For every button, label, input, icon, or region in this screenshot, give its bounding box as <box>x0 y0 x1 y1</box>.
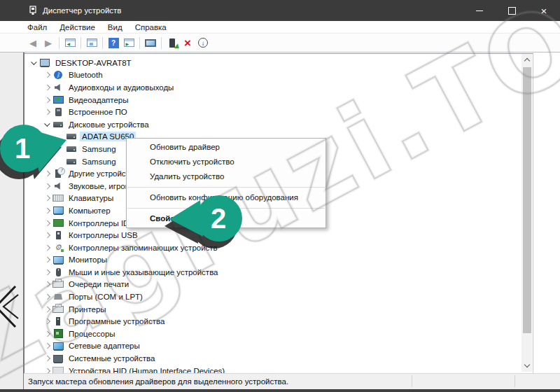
tree-row-19[interactable]: Порты (COM и LPT) <box>24 290 519 303</box>
device-manager-app-icon <box>28 6 38 15</box>
cpu-icon <box>52 329 64 338</box>
forward-icon[interactable]: ▶ <box>41 36 56 50</box>
chevron-right-icon[interactable] <box>43 330 52 337</box>
tree-row-24[interactable]: Системные устройства <box>24 352 519 365</box>
tree-label: Сетевые адаптеры <box>66 341 142 351</box>
tree-row-0[interactable]: DESKTOP-AVRAT8T <box>24 57 519 69</box>
toolbar: ◀▶◀?▶▲×↓ <box>0 34 560 52</box>
bluetooth-icon: ᛒ <box>52 71 64 80</box>
tree-row-25[interactable]: Устройства HID (Human Interface Devices) <box>24 365 519 373</box>
status-bar: Запуск мастера обновления драйверов для … <box>24 373 560 389</box>
tree-row-3[interactable]: Видеоадаптеры <box>24 94 519 106</box>
show-console-tree-icon[interactable]: ◀ <box>62 36 78 50</box>
context-menu-item-1[interactable]: Отключить устройство <box>127 155 326 169</box>
system-icon <box>52 354 64 363</box>
tree-row-22[interactable]: Процессоры <box>24 328 519 340</box>
context-menu-item-4[interactable]: Свойства <box>127 211 326 226</box>
chevron-right-icon[interactable] <box>43 269 52 276</box>
chevron-right-icon[interactable] <box>43 293 52 300</box>
maximize-button[interactable] <box>496 0 528 21</box>
tree-row-23[interactable]: Сетевые адаптеры <box>24 340 519 353</box>
printer-icon <box>52 280 64 289</box>
chevron-right-icon[interactable] <box>43 71 52 78</box>
tree-label: Аудиовходы и аудиовыходы <box>66 83 176 92</box>
tree-row-15[interactable]: ⚙Контроллеры запоминающих устройств <box>24 241 519 254</box>
tree-row-2[interactable]: Аудиовходы и аудиовыходы <box>24 81 519 94</box>
keyboard-icon <box>52 194 64 203</box>
minimize-button[interactable] <box>463 0 496 21</box>
chevron-right-icon[interactable] <box>43 97 52 104</box>
audio-icon <box>52 83 64 92</box>
update-driver-icon[interactable]: ▲ <box>164 36 180 50</box>
tree-label: Компьютер <box>66 206 113 216</box>
disk-icon <box>66 144 77 153</box>
printer-icon <box>52 304 64 314</box>
tree-label: Bluetooth <box>66 70 105 80</box>
back-icon[interactable]: ◀ <box>25 36 41 50</box>
title-bar: Диспетчер устройств × <box>0 0 560 21</box>
chevron-right-icon[interactable] <box>43 318 52 325</box>
chevron-right-icon[interactable] <box>43 355 52 362</box>
disable-device-icon[interactable]: ↓ <box>195 36 211 50</box>
disk-icon <box>66 157 77 166</box>
network-icon <box>52 342 64 351</box>
ide-icon <box>52 218 64 227</box>
computer-icon <box>39 58 50 67</box>
chevron-right-icon[interactable] <box>43 108 52 115</box>
help-icon[interactable]: ? <box>106 36 121 50</box>
chevron-right-icon[interactable] <box>43 368 52 373</box>
chevron-right-icon[interactable] <box>43 232 52 239</box>
properties-icon[interactable] <box>84 36 99 50</box>
context-menu-item-0[interactable]: Обновить драйвер <box>127 140 326 155</box>
scroll-down-icon[interactable] <box>522 360 532 372</box>
monitor-icon <box>52 206 64 215</box>
tree-row-20[interactable]: Принтеры <box>24 303 519 316</box>
tree-row-18[interactable]: Очереди печати <box>24 279 519 291</box>
chevron-right-icon[interactable] <box>43 281 52 288</box>
chevron-down-icon[interactable] <box>43 121 52 128</box>
tree-row-1[interactable]: ᛒBluetooth <box>24 69 519 82</box>
action-pane-icon[interactable]: ▶ <box>121 36 136 50</box>
menu-item-2[interactable]: Вид <box>102 23 129 31</box>
tree-label: Процессоры <box>66 329 118 339</box>
chevron-right-icon[interactable] <box>43 170 52 177</box>
tree-row-4[interactable]: Встроенное ПО <box>24 106 519 118</box>
status-panel-divider <box>514 375 515 387</box>
tree-row-14[interactable]: Контроллеры USB <box>24 229 519 241</box>
tree-row-17[interactable]: Мыши и иные указывающие устройства <box>24 266 519 279</box>
tree-row-21[interactable]: Программные устройства <box>24 315 519 328</box>
scroll-up-icon[interactable] <box>522 54 532 65</box>
chevron-down-icon[interactable] <box>30 59 39 66</box>
chevron-right-icon[interactable] <box>43 306 52 313</box>
context-menu-separator <box>127 208 325 209</box>
tree-label: Встроенное ПО <box>66 107 130 117</box>
tree-label: Контроллеры запоминающих устройств <box>66 243 220 253</box>
context-menu-item-2[interactable]: Удалить устройство <box>127 169 326 184</box>
close-button[interactable]: × <box>528 0 560 21</box>
chevron-right-icon[interactable] <box>43 220 52 227</box>
tree-row-5[interactable]: Дисковые устройства <box>24 118 519 131</box>
menu-bar: ФайлДействиеВидСправка <box>0 21 560 34</box>
uninstall-device-icon[interactable]: × <box>180 36 195 50</box>
vertical-scrollbar[interactable] <box>522 54 532 372</box>
chevron-placeholder <box>57 146 66 153</box>
menu-item-0[interactable]: Файл <box>21 23 53 31</box>
status-text: Запуск мастера обновления драйверов для … <box>28 377 288 386</box>
chevron-right-icon[interactable] <box>43 183 52 190</box>
chevron-right-icon[interactable] <box>43 244 52 251</box>
remote-computer-icon[interactable] <box>143 36 158 50</box>
toolbar-separator <box>80 37 81 49</box>
software-icon <box>52 317 64 326</box>
status-panel-divider <box>412 375 412 387</box>
menu-item-3[interactable]: Справка <box>129 23 173 31</box>
menu-item-1[interactable]: Действие <box>53 23 102 31</box>
scrollbar-thumb[interactable] <box>523 67 531 333</box>
chevron-right-icon[interactable] <box>43 342 52 349</box>
tree-row-16[interactable]: Мониторы <box>24 254 519 267</box>
chevron-right-icon[interactable] <box>43 256 52 263</box>
chevron-right-icon[interactable] <box>43 84 52 91</box>
chevron-right-icon[interactable] <box>43 195 52 202</box>
context-menu-item-3[interactable]: Обновить конфигурацию оборудования <box>127 190 326 205</box>
chevron-right-icon[interactable] <box>43 207 52 214</box>
window-title: Диспетчер устройств <box>43 6 121 15</box>
